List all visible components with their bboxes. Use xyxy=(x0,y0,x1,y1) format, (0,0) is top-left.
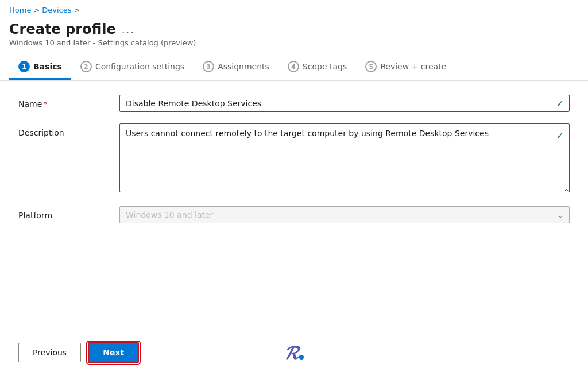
step-label-basics: Basics xyxy=(33,62,62,71)
description-check-icon: ✓ xyxy=(556,130,564,141)
page-title: Create profile xyxy=(9,21,116,37)
wizard-step-configuration[interactable]: 2 Configuration settings xyxy=(71,56,194,80)
step-label-scope-tags: Scope tags xyxy=(303,62,347,71)
more-options-button[interactable]: ... xyxy=(122,24,135,36)
wizard-step-review[interactable]: 5 Review + create xyxy=(356,56,455,80)
description-row: Description ✓ xyxy=(18,123,570,195)
step-circle-1: 1 xyxy=(18,61,30,72)
platform-select[interactable]: Windows 10 and later xyxy=(119,206,570,223)
name-check-icon: ✓ xyxy=(556,98,564,109)
platform-select-wrap: Windows 10 and later ⌄ xyxy=(119,206,570,223)
step-label-assignments: Assignments xyxy=(218,62,269,71)
step-label-configuration: Configuration settings xyxy=(95,62,184,71)
name-input-wrap: ✓ xyxy=(119,95,570,112)
breadcrumb: Home > Devices > xyxy=(9,3,579,18)
wizard-step-basics[interactable]: 1 Basics xyxy=(9,56,71,80)
footer-logo: 𝓡 xyxy=(284,343,304,362)
logo-dot xyxy=(299,355,304,360)
wizard-step-assignments[interactable]: 3 Assignments xyxy=(194,56,278,80)
breadcrumb-home[interactable]: Home xyxy=(9,6,31,14)
logo-p-letter: 𝓡 xyxy=(284,343,298,362)
name-row: Name* ✓ xyxy=(18,95,570,112)
step-circle-4: 4 xyxy=(288,61,299,72)
main-content: Name* ✓ Description ✓ Platform Windows 1… xyxy=(0,81,588,334)
platform-label: Platform xyxy=(18,206,110,220)
wizard-step-scope-tags[interactable]: 4 Scope tags xyxy=(278,56,356,80)
breadcrumb-devices[interactable]: Devices xyxy=(42,6,71,14)
next-button[interactable]: Next xyxy=(88,342,139,363)
page-subtitle: Windows 10 and later - Settings catalog … xyxy=(9,38,579,52)
breadcrumb-separator-2: > xyxy=(74,6,80,14)
description-input-wrap: ✓ xyxy=(119,123,570,195)
description-label: Description xyxy=(18,123,110,137)
platform-row: Platform Windows 10 and later ⌄ xyxy=(18,206,570,223)
previous-button[interactable]: Previous xyxy=(18,343,81,362)
step-circle-5: 5 xyxy=(365,61,377,72)
step-circle-3: 3 xyxy=(203,61,214,72)
name-required-star: * xyxy=(43,99,47,109)
name-input[interactable] xyxy=(119,95,570,112)
description-input[interactable] xyxy=(119,123,570,192)
footer: Previous Next 𝓡 xyxy=(0,334,588,371)
step-label-review: Review + create xyxy=(380,62,446,71)
name-label: Name* xyxy=(18,95,110,109)
breadcrumb-separator-1: > xyxy=(33,6,40,14)
wizard-tabs: 1 Basics 2 Configuration settings 3 Assi… xyxy=(9,52,579,80)
step-circle-2: 2 xyxy=(80,61,92,72)
